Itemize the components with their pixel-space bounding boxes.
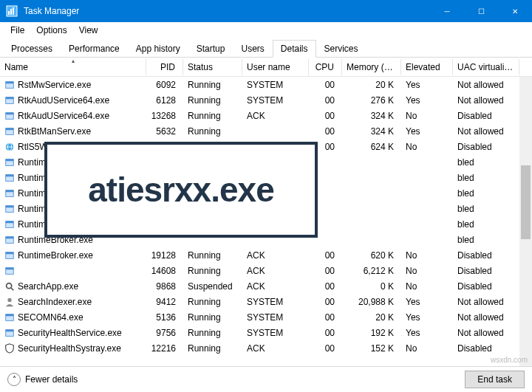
- table-row[interactable]: RtkAudUService64.exe6128RunningSYSTEM002…: [0, 92, 532, 108]
- process-pid: 12216: [146, 342, 183, 355]
- tab-details[interactable]: Details: [273, 40, 316, 58]
- svg-rect-9: [6, 112, 14, 114]
- col-status[interactable]: Status: [183, 59, 242, 75]
- svg-rect-18: [6, 174, 14, 176]
- process-elevated: No: [401, 249, 453, 262]
- process-name: SecurityHealthSystray.exe: [18, 343, 121, 354]
- process-memory: 192 K: [342, 326, 401, 340]
- process-memory: 20,988 K: [342, 295, 401, 309]
- process-pid: 9756: [146, 326, 183, 340]
- process-icon: [4, 343, 15, 354]
- tab-services[interactable]: Services: [316, 40, 366, 58]
- table-row[interactable]: SecurityHealthSystray.exe12216RunningACK…: [0, 340, 532, 356]
- menu-file[interactable]: File: [4, 24, 30, 37]
- process-user: SYSTEM: [242, 78, 309, 92]
- process-uac: bled: [453, 218, 519, 231]
- process-uac: Disabled: [453, 109, 519, 123]
- process-uac: bled: [453, 233, 519, 247]
- scrollbar[interactable]: [519, 77, 532, 366]
- process-uac: Not allowed: [453, 311, 519, 324]
- process-memory: [342, 176, 401, 179]
- tab-processes[interactable]: Processes: [3, 40, 61, 58]
- process-icon: [4, 173, 15, 183]
- table-row[interactable]: SECOMN64.exe5136RunningSYSTEM0020 KYesNo…: [0, 309, 532, 325]
- watermark: wsxdn.com: [491, 356, 528, 364]
- titlebar[interactable]: Task Manager ─ ☐ ✕: [0, 0, 532, 22]
- table-row[interactable]: RtkBtManServ.exe5632Running00324 KYesNot…: [0, 123, 532, 139]
- process-icon: [4, 266, 15, 276]
- menu-view[interactable]: View: [73, 24, 104, 37]
- table-row[interactable]: SecurityHealthService.exe9756RunningSYST…: [0, 325, 532, 340]
- process-icon: [4, 80, 15, 90]
- process-status: Running: [183, 94, 242, 107]
- close-button[interactable]: ✕: [498, 0, 532, 22]
- svg-point-33: [7, 298, 11, 301]
- process-cpu: 00: [309, 94, 342, 107]
- process-status: Running: [183, 326, 242, 340]
- process-icon: [4, 111, 15, 121]
- tab-startup[interactable]: Startup: [188, 40, 233, 58]
- col-user[interactable]: User name: [242, 59, 309, 75]
- col-name[interactable]: ▴Name: [0, 59, 146, 75]
- svg-rect-28: [6, 252, 14, 254]
- svg-rect-20: [6, 190, 14, 192]
- table-row[interactable]: 14608RunningACK006,212 KNoDisabled: [0, 263, 532, 278]
- process-uac: Not allowed: [453, 94, 519, 107]
- process-icon: [4, 312, 15, 323]
- overlay-banner: atiesrxx.exe: [44, 142, 318, 238]
- process-elevated: [401, 223, 453, 226]
- process-uac: Not allowed: [453, 125, 519, 138]
- process-user: SYSTEM: [242, 295, 309, 309]
- col-cpu[interactable]: CPU: [309, 59, 342, 75]
- maximize-button[interactable]: ☐: [464, 0, 498, 22]
- process-user: [242, 130, 309, 133]
- process-uac: bled: [453, 156, 519, 169]
- process-user: ACK: [242, 264, 309, 278]
- process-name: RuntimeBroker.exe: [18, 250, 93, 261]
- process-uac: Disabled: [453, 264, 519, 278]
- col-memory[interactable]: Memory (a...: [342, 59, 401, 75]
- menubar: File Options View: [0, 22, 532, 38]
- process-icon: [4, 157, 15, 168]
- process-name: SecurityHealthService.exe: [18, 328, 122, 338]
- process-pid: 5632: [146, 125, 183, 138]
- col-uac[interactable]: UAC virtualizat...: [453, 59, 519, 75]
- tab-users[interactable]: Users: [233, 40, 272, 58]
- minimize-button[interactable]: ─: [430, 0, 464, 22]
- process-icon: [4, 250, 15, 261]
- process-cpu: 00: [309, 280, 342, 293]
- end-task-button[interactable]: End task: [465, 371, 525, 388]
- process-icon: [4, 204, 15, 214]
- process-elevated: Yes: [401, 125, 453, 138]
- svg-point-31: [7, 283, 12, 288]
- process-uac: bled: [453, 202, 519, 216]
- process-cpu: 00: [309, 295, 342, 309]
- tab-performance[interactable]: Performance: [61, 40, 128, 58]
- table-row[interactable]: RuntimeBroker.exe19128RunningACK00620 KN…: [0, 247, 532, 263]
- scrollbar-thumb[interactable]: [521, 165, 531, 239]
- process-cpu: 00: [309, 78, 342, 92]
- process-memory: 624 K: [342, 140, 401, 154]
- overlay-text: atiesrxx.exe: [88, 170, 273, 210]
- col-pid[interactable]: PID: [146, 59, 183, 75]
- fewer-details-button[interactable]: ˄ Fewer details: [7, 373, 78, 386]
- table-row[interactable]: SearchIndexer.exe9412RunningSYSTEM0020,9…: [0, 294, 532, 309]
- process-name: SECOMN64.exe: [18, 312, 83, 323]
- process-user: ACK: [242, 109, 309, 123]
- tab-app-history[interactable]: App history: [128, 40, 188, 58]
- process-memory: 324 K: [342, 125, 401, 138]
- table-row[interactable]: SearchApp.exe9868SuspendedACK000 KNoDisa…: [0, 278, 532, 294]
- process-status: Running: [183, 295, 242, 309]
- app-icon: [6, 5, 18, 17]
- process-memory: 620 K: [342, 249, 401, 262]
- table-row[interactable]: RtkAudUService64.exe13268RunningACK00324…: [0, 108, 532, 123]
- process-status: Running: [183, 249, 242, 262]
- process-memory: [342, 161, 401, 164]
- process-cpu: 00: [309, 125, 342, 138]
- col-elevated[interactable]: Elevated: [401, 59, 453, 75]
- process-elevated: No: [401, 280, 453, 293]
- process-memory: 0 K: [342, 280, 401, 293]
- process-cpu: [309, 238, 342, 241]
- table-row[interactable]: RstMwService.exe6092RunningSYSTEM0020 KY…: [0, 77, 532, 92]
- menu-options[interactable]: Options: [30, 24, 72, 37]
